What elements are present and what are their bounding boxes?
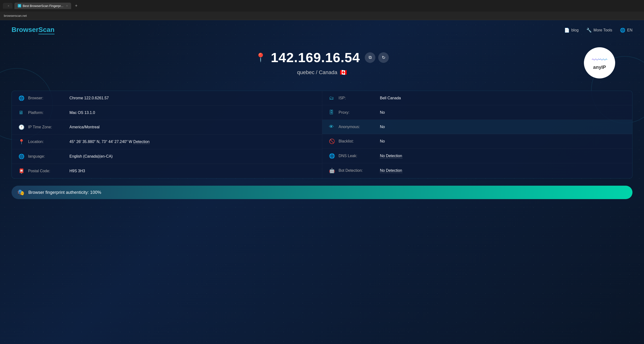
nav-language-label: EN: [627, 28, 632, 32]
ip-display: 📍 142.169.16.54 ⧉ ↻: [12, 50, 632, 65]
info-row-isp: 🗂 ISP: Bell Canada: [322, 91, 632, 105]
location-icon: 📍: [18, 139, 25, 145]
logo-text-accent: Scan: [38, 26, 54, 34]
dns-value[interactable]: No Detection: [380, 154, 402, 158]
timezone-value: America/Montreal: [70, 125, 100, 129]
info-row-bot-detection: 🤖 Bot Detection: No Detection: [322, 163, 632, 178]
info-row-browser: 🌐 Browser: Chrome 122.0.6261.57: [12, 91, 322, 106]
info-row-language: 🌐 language: English (Canada)(en-CA): [12, 149, 322, 164]
language-label: language:: [28, 154, 66, 159]
tab-active-label: Best BrowserScan Fingerpr...: [22, 4, 63, 8]
bot-label: Bot Detection:: [338, 169, 377, 173]
footer-bar: 🎭 Browser fingerprint authenticity: 100%: [12, 186, 632, 199]
platform-icon: 🖥: [18, 110, 25, 115]
info-row-platform: 🖥 Platform: Mac OS 13.1.0: [12, 106, 322, 120]
anonymous-icon: 👁: [329, 124, 336, 130]
new-tab-button[interactable]: +: [73, 3, 80, 9]
bot-icon: 🤖: [329, 168, 336, 173]
browser-chrome: × S Best BrowserScan Fingerpr... × +: [0, 0, 644, 11]
timezone-label: IP Time Zone:: [28, 125, 66, 129]
anyip-brand-text: anyIP: [593, 64, 606, 70]
tab-inactive[interactable]: ×: [3, 3, 12, 9]
browser-label: Browser:: [28, 96, 66, 100]
location-text: quebec / Canada: [297, 69, 338, 76]
info-row-anonymous: 👁 Anonymous: No: [322, 120, 632, 134]
platform-value: Mac OS 13.1.0: [70, 111, 95, 115]
anonymous-value: No: [380, 125, 385, 129]
postal-icon: 📮: [18, 168, 25, 174]
anonymous-label: Anonymous:: [338, 125, 377, 129]
authenticity-bar: 🎭 Browser fingerprint authenticity: 100%: [12, 186, 632, 199]
blacklist-label: Blacklist:: [338, 139, 377, 144]
language-value: English (Canada)(en-CA): [70, 154, 113, 159]
header-nav: 📄 blog 🔧 More Tools 🌐 EN: [564, 28, 632, 33]
location-label: Location:: [28, 140, 66, 144]
nav-more-tools[interactable]: 🔧 More Tools: [586, 28, 612, 33]
postal-value: H9S 3H3: [70, 169, 85, 173]
browser-value: Chrome 122.0.6261.57: [70, 96, 109, 100]
header: BrowserScan 📄 blog 🔧 More Tools 🌐 EN: [0, 20, 644, 40]
isp-value: Bell Canada: [380, 96, 401, 100]
tab-close-inactive[interactable]: ×: [8, 4, 9, 7]
refresh-icon: ↻: [382, 55, 386, 60]
nav-more-tools-label: More Tools: [594, 28, 612, 32]
location-pin-icon: 📍: [255, 52, 266, 63]
blacklist-icon: 🚫: [329, 138, 336, 144]
ip-address-text: 142.169.16.54: [271, 50, 360, 65]
copy-ip-button[interactable]: ⧉: [365, 52, 375, 63]
url-bar: browserscan.net: [0, 11, 644, 20]
auth-text: Browser fingerprint authenticity: 100%: [28, 190, 101, 195]
logo-text-normal: Browser: [12, 26, 38, 33]
proxy-value: No: [380, 110, 385, 115]
info-row-postal: 📮 Postal Code: H9S 3H3: [12, 164, 322, 178]
globe-icon: 🌐: [620, 28, 625, 33]
info-right-column: 🗂 ISP: Bell Canada 🗄 Proxy: No 👁 Anonymo…: [322, 91, 632, 178]
tab-favicon: S: [18, 4, 21, 7]
anyip-logo[interactable]: 〰〰 anyIP: [584, 47, 615, 78]
ip-actions: ⧉ ↻: [365, 52, 389, 63]
proxy-icon: 🗄: [329, 110, 336, 115]
logo[interactable]: BrowserScan: [12, 26, 54, 34]
info-row-blacklist: 🚫 Blacklist: No: [322, 134, 632, 149]
anyip-waves-icon: 〰〰: [592, 56, 607, 64]
dns-icon: 🌐: [329, 153, 336, 159]
timezone-icon: 🕐: [18, 124, 25, 130]
url-text: browserscan.net: [4, 14, 27, 17]
blacklist-value: No: [380, 139, 385, 144]
tools-icon: 🔧: [586, 28, 592, 33]
isp-label: ISP:: [338, 96, 377, 100]
bot-value[interactable]: No Detection: [380, 169, 402, 173]
dns-label: DNS Leak:: [338, 154, 377, 158]
app-container: BrowserScan 📄 blog 🔧 More Tools 🌐 EN 〰〰 …: [0, 20, 644, 344]
nav-language[interactable]: 🌐 EN: [620, 28, 632, 33]
platform-label: Platform:: [28, 111, 66, 115]
info-row-proxy: 🗄 Proxy: No: [322, 105, 632, 120]
nav-blog[interactable]: 📄 blog: [564, 28, 579, 33]
auth-icon: 🎭: [17, 189, 24, 196]
info-row-timezone: 🕐 IP Time Zone: America/Montreal: [12, 120, 322, 135]
browser-icon: 🌐: [18, 95, 25, 101]
tab-active[interactable]: S Best BrowserScan Fingerpr... ×: [14, 3, 71, 9]
language-icon: 🌐: [18, 154, 25, 159]
copy-icon: ⧉: [368, 55, 372, 60]
blog-icon: 📄: [564, 28, 570, 33]
location-coords: 45° 26′ 35.880″ N, 73° 44′ 27.240″ W Det…: [70, 140, 150, 144]
isp-icon: 🗂: [329, 95, 336, 101]
location-display: quebec / Canada 🇨🇦: [12, 69, 632, 76]
refresh-ip-button[interactable]: ↻: [378, 52, 389, 63]
info-card: 🌐 Browser: Chrome 122.0.6261.57 🖥 Platfo…: [12, 91, 632, 178]
proxy-label: Proxy:: [338, 110, 377, 115]
location-detection-link[interactable]: Detection: [133, 140, 150, 144]
nav-blog-label: blog: [572, 28, 579, 32]
info-row-dns-leak: 🌐 DNS Leak: No Detection: [322, 149, 632, 163]
info-row-location: 📍 Location: 45° 26′ 35.880″ N, 73° 44′ 2…: [12, 135, 322, 149]
flag-icon: 🇨🇦: [340, 69, 347, 76]
hero-section: 〰〰 anyIP 📍 142.169.16.54 ⧉ ↻ quebec / Ca…: [0, 40, 644, 91]
info-left-column: 🌐 Browser: Chrome 122.0.6261.57 🖥 Platfo…: [12, 91, 322, 178]
info-grid: 🌐 Browser: Chrome 122.0.6261.57 🖥 Platfo…: [12, 91, 632, 178]
postal-label: Postal Code:: [28, 169, 66, 173]
tab-close-active[interactable]: ×: [66, 4, 68, 7]
